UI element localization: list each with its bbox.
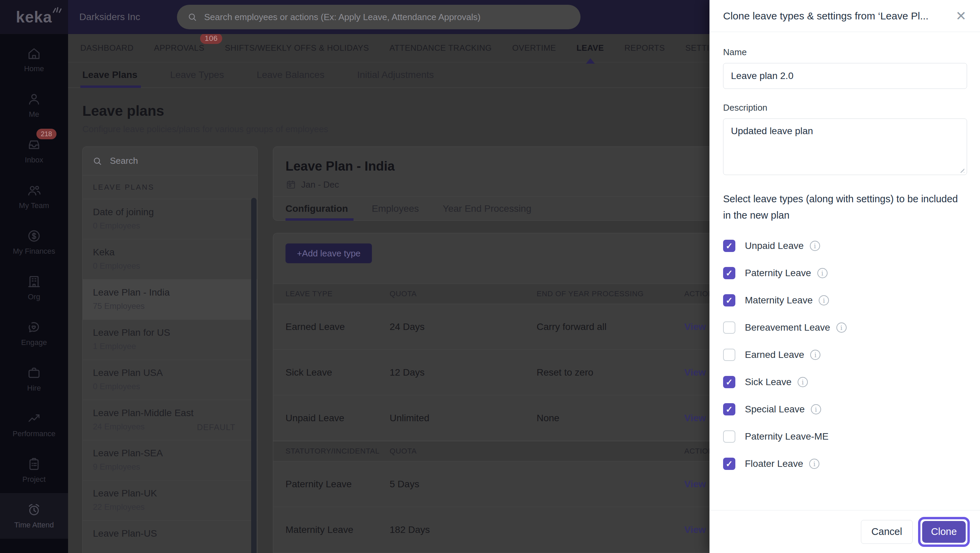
table-cell: Maternity Leave: [285, 524, 390, 535]
leave-type-row-maternity-leave: ✓Maternity Leavei: [723, 287, 967, 314]
info-icon[interactable]: i: [811, 404, 821, 414]
sidebar-item-project[interactable]: Project: [0, 448, 68, 493]
keka-logo-text: keka: [16, 8, 52, 26]
info-icon[interactable]: i: [819, 295, 829, 306]
sidebar-item-home[interactable]: Home: [0, 37, 68, 83]
sidebar-item-label: Inbox: [25, 156, 43, 164]
leave-plan-item-leave-plan-uk[interactable]: Leave Plan-UK22 Employees: [83, 480, 257, 521]
checkbox-paternity-leave[interactable]: ✓: [723, 267, 735, 279]
global-search-placeholder: Search employees or actions (Ex: Apply L…: [204, 12, 480, 22]
clone-button[interactable]: Clone: [922, 521, 966, 543]
checkbox-special-leave[interactable]: ✓: [723, 403, 735, 416]
leave-type-checkbox-list: ✓Unpaid Leavei✓Paternity Leavei✓Maternit…: [723, 232, 967, 477]
table-cell: 182 Days: [390, 524, 537, 535]
sidebar-item-inbox[interactable]: Inbox218: [0, 128, 68, 174]
company-name: Darksiders Inc: [79, 11, 140, 22]
checkbox-unpaid-leave[interactable]: ✓: [723, 240, 735, 252]
sidebar-item-my-team[interactable]: My Team: [0, 174, 68, 219]
user-icon: [27, 92, 41, 107]
sidebar-item-engage[interactable]: Engage: [0, 311, 68, 356]
plan-name: Date of joining: [93, 199, 257, 218]
leave-plans-panel: Search LEAVE PLANS Date of joining0 Empl…: [82, 147, 258, 553]
leave-plan-item-leave-plan-for-us[interactable]: Leave Plan for US1 Employee: [83, 320, 257, 360]
nav-tab-dashboard[interactable]: DASHBOARD: [80, 43, 134, 53]
sidebar-item-time-attend[interactable]: Time Attend: [0, 493, 68, 539]
leave-type-row-sick-leave: ✓Sick Leavei: [723, 368, 967, 396]
leave-plan-item-leave-plan-middle-east[interactable]: Leave Plan-Middle East24 EmployeesDEFAUL…: [83, 400, 257, 440]
nav-tab-leave[interactable]: LEAVE: [576, 43, 604, 53]
finances-icon: [27, 228, 41, 244]
plan-name: Leave Plan - India: [93, 280, 257, 298]
name-label: Name: [723, 47, 967, 57]
subtab-leave-balances[interactable]: Leave Balances: [256, 62, 324, 88]
approvals-count-badge: 106: [200, 33, 222, 44]
plans-search-input[interactable]: Search: [83, 147, 257, 175]
nav-tab-shifts-weekly-offs-holidays[interactable]: SHIFTS/WEEKLY OFFS & HOLIDAYS: [225, 43, 369, 53]
nav-tab-reports[interactable]: REPORTS: [624, 43, 665, 53]
plan-employee-count: 0 Employees: [93, 261, 257, 271]
add-leave-type-button[interactable]: +Add leave type: [285, 244, 372, 263]
plan-employee-count: 9 Employees: [93, 462, 257, 472]
name-field[interactable]: [723, 63, 967, 89]
leave-type-row-floater-leave: ✓Floater Leavei: [723, 450, 967, 477]
detail-tab-employees[interactable]: Employees: [372, 197, 419, 220]
logo-spark-icon: [52, 3, 63, 14]
leave-type-label: Special Leave: [745, 404, 805, 415]
detail-tab-year-end-processing[interactable]: Year End Processing: [443, 197, 531, 220]
leave-type-label: Unpaid Leave: [745, 241, 804, 251]
leave-type-row-special-leave: ✓Special Leavei: [723, 396, 967, 423]
search-icon: [92, 156, 102, 166]
nav-tab-approvals[interactable]: APPROVALS106: [154, 43, 205, 53]
info-icon[interactable]: i: [809, 459, 819, 469]
resize-grip-icon[interactable]: [959, 167, 964, 173]
info-icon[interactable]: i: [798, 377, 808, 387]
table-header-cell: QUOTA: [390, 289, 537, 298]
checkbox-maternity-leave[interactable]: ✓: [723, 294, 735, 306]
sidebar-item-org[interactable]: Org: [0, 265, 68, 311]
leave-plan-item-leave-plan-india[interactable]: Leave Plan - India75 Employees: [83, 280, 257, 320]
info-icon[interactable]: i: [810, 241, 820, 251]
leave-type-label: Floater Leave: [745, 458, 803, 469]
nav-tab-attendance-tracking[interactable]: ATTENDANCE TRACKING: [390, 43, 492, 53]
leave-plan-item-leave-plan-usa[interactable]: Leave Plan USA0 Employees: [83, 360, 257, 400]
checkbox-bereavement-leave[interactable]: [723, 322, 735, 334]
sidebar-item-performance[interactable]: Performance: [0, 402, 68, 448]
subtab-leave-plans[interactable]: Leave Plans: [82, 62, 137, 88]
leave-type-label: Paternity Leave: [745, 268, 811, 279]
info-icon[interactable]: i: [817, 268, 827, 278]
sidebar-item-label: Home: [24, 64, 44, 73]
sidebar-item-label: My Team: [19, 201, 49, 210]
table-cell: 12 Days: [390, 367, 537, 378]
info-icon[interactable]: i: [810, 350, 821, 360]
leave-plan-item-leave-plan-sea[interactable]: Leave Plan-SEA9 Employees: [83, 440, 257, 480]
cancel-button[interactable]: Cancel: [861, 520, 913, 544]
project-icon: [27, 457, 41, 472]
description-field[interactable]: Updated leave plan: [723, 118, 967, 175]
sidebar-item-hire[interactable]: Hire: [0, 356, 68, 402]
checkbox-earned-leave[interactable]: [723, 349, 735, 361]
global-search-input[interactable]: Search employees or actions (Ex: Apply L…: [177, 5, 581, 29]
nav-tab-overtime[interactable]: OVERTIME: [512, 43, 556, 53]
keka-logo[interactable]: keka: [0, 0, 68, 34]
leave-plan-item-leave-plan-us[interactable]: Leave Plan-US: [83, 521, 257, 553]
sidebar-item-label: Performance: [13, 429, 56, 438]
close-icon[interactable]: ✕: [956, 10, 966, 22]
checkbox-floater-leave[interactable]: ✓: [723, 457, 735, 470]
plan-employee-count: 0 Employees: [93, 221, 257, 231]
home-icon: [27, 46, 41, 61]
checkbox-paternity-leave-me[interactable]: [723, 430, 735, 443]
hire-icon: [27, 365, 41, 380]
leave-plan-item-keka[interactable]: Keka0 Employees: [83, 239, 257, 280]
subtab-initial-adjustments[interactable]: Initial Adjustments: [357, 62, 434, 88]
sidebar-item-me[interactable]: Me: [0, 83, 68, 128]
sidebar-item-label: Me: [29, 110, 40, 119]
info-icon[interactable]: i: [837, 322, 846, 333]
subtab-leave-types[interactable]: Leave Types: [170, 62, 224, 88]
checkbox-sick-leave[interactable]: ✓: [723, 376, 735, 388]
sidebar-item-my-finances[interactable]: My Finances: [0, 219, 68, 265]
plans-scrollbar[interactable]: [251, 198, 256, 553]
plan-name: Keka: [93, 239, 257, 258]
leave-type-row-paternity-leave: ✓Paternity Leavei: [723, 260, 967, 287]
leave-plan-item-date-of-joining[interactable]: Date of joining0 Employees: [83, 199, 257, 239]
detail-tab-configuration[interactable]: Configuration: [285, 197, 348, 220]
